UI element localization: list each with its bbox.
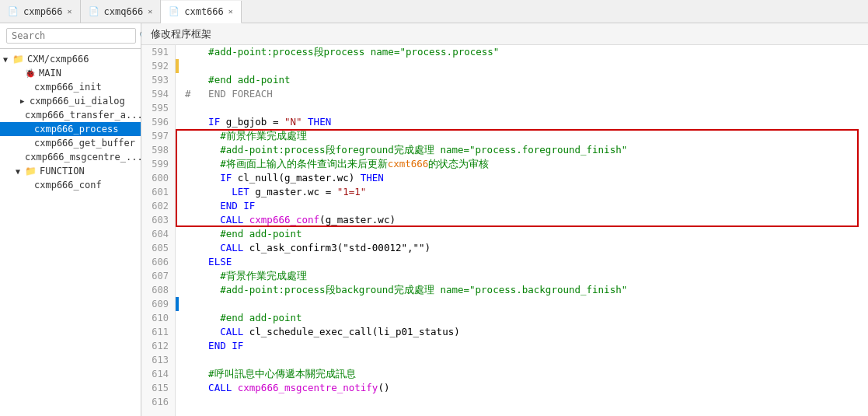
code-line: CALL cxmp666_conf(g_master.wc) bbox=[176, 213, 868, 227]
line-content: CALL cxmp666_msgcentre_notify() bbox=[179, 381, 868, 395]
code-token: # bbox=[185, 270, 226, 281]
code-token: IF bbox=[220, 172, 232, 184]
tree-item-function[interactable]: ▼ 📁 FUNCTION bbox=[0, 164, 141, 178]
tree-item-init[interactable]: cxmp666_init bbox=[0, 80, 141, 94]
tree-label: MAIN bbox=[39, 68, 61, 79]
code-line: ELSE bbox=[176, 255, 868, 269]
code-token: IF bbox=[208, 116, 220, 128]
tab-close-icon[interactable]: ✕ bbox=[148, 7, 152, 16]
code-token: g_bgjob bbox=[220, 116, 273, 128]
code-token bbox=[185, 382, 208, 393]
code-token: #end add-point bbox=[185, 74, 290, 86]
code-token: () bbox=[378, 382, 389, 393]
tree-label: cxmp666_transfer_a... bbox=[25, 110, 141, 121]
tree-item-cxm[interactable]: ▼ 📁 CXM/cxmp666 bbox=[0, 52, 141, 66]
folder-icon: 📁 bbox=[25, 166, 37, 177]
line-number: 601 bbox=[141, 185, 175, 199]
line-number: 603 bbox=[141, 213, 175, 227]
code-token: THEN bbox=[308, 116, 331, 128]
code-line bbox=[176, 297, 868, 311]
line-content: CALL cl_ask_confirm3("std-00012","") bbox=[179, 241, 868, 255]
line-number: 597 bbox=[141, 129, 175, 143]
code-token: process name="process.process" bbox=[324, 46, 500, 58]
content-area: 修改程序框架 591592593594595596597598599600601… bbox=[141, 23, 868, 416]
line-content: ELSE bbox=[179, 255, 868, 269]
code-token: 前景作業完成處理 bbox=[226, 130, 307, 142]
line-content: #end add-point bbox=[179, 73, 868, 87]
code-token: cl_null(g_master.wc) bbox=[232, 172, 361, 184]
line-content: #前景作業完成處理 bbox=[179, 129, 868, 143]
code-token: #add-point:process bbox=[185, 284, 326, 295]
tree-item-conf[interactable]: cxmp666_conf bbox=[0, 178, 141, 192]
line-number: 607 bbox=[141, 269, 175, 283]
tree-label: cxmp666_ui_dialog bbox=[30, 96, 125, 107]
code-token bbox=[185, 200, 220, 211]
code-token: cl_schedule_exec_call(li_p01_status) bbox=[243, 326, 459, 337]
code-lines: #add-point:process段process name="process… bbox=[176, 45, 868, 409]
line-number: 593 bbox=[141, 73, 175, 87]
expand-arrow: ▼ bbox=[16, 167, 25, 176]
code-line: CALL cxmp666_msgcentre_notify() bbox=[176, 381, 868, 395]
code-line: #背景作業完成處理 bbox=[176, 269, 868, 283]
tree-label: cxmp666_msgcentre_... bbox=[25, 152, 141, 163]
code-token: 将画面上输入的条件查询出来后更新 bbox=[226, 158, 388, 170]
tree-item-process[interactable]: cxmp666_process bbox=[0, 122, 141, 136]
code-token: cl_ask_confirm3("std-00012","") bbox=[243, 242, 431, 253]
code-token: #add-point:process bbox=[185, 46, 314, 58]
line-marker bbox=[176, 297, 179, 311]
tab-cxmq666[interactable]: 📄 cxmq666 ✕ bbox=[81, 0, 162, 23]
line-number: 606 bbox=[141, 255, 175, 269]
code-token: "1=1" bbox=[337, 186, 367, 198]
code-token bbox=[185, 116, 208, 128]
line-number: 596 bbox=[141, 115, 175, 129]
tree-item-buffer[interactable]: cxmp666_get_buffer bbox=[0, 136, 141, 150]
line-number: 598 bbox=[141, 143, 175, 157]
tree-item-ui[interactable]: ▶ cxmp666_ui_dialog bbox=[0, 94, 141, 108]
line-number: 615 bbox=[141, 381, 175, 395]
tab-label: cxmp666 bbox=[23, 6, 63, 17]
code-line: #add-point:process段foreground完成處理 name="… bbox=[176, 143, 868, 157]
tree-label: cxmp666_init bbox=[34, 82, 102, 93]
code-scroll[interactable]: #add-point:process段process name="process… bbox=[176, 45, 868, 416]
code-token: ELSE bbox=[208, 256, 232, 267]
code-token: 段 bbox=[326, 284, 336, 295]
code-token: CALL bbox=[220, 214, 243, 225]
line-marker bbox=[176, 59, 179, 73]
line-content: #end add-point bbox=[179, 227, 868, 241]
code-token: 的状态为审核 bbox=[428, 158, 489, 170]
code-line bbox=[176, 59, 868, 73]
tab-close-icon[interactable]: ✕ bbox=[228, 7, 233, 16]
line-number: 595 bbox=[141, 101, 175, 115]
folder-icon: 📁 bbox=[12, 54, 24, 65]
code-line bbox=[176, 395, 868, 409]
line-content: CALL cl_schedule_exec_call(li_p01_status… bbox=[179, 325, 868, 339]
tab-file-icon: 📄 bbox=[89, 6, 99, 16]
line-number: 599 bbox=[141, 157, 175, 171]
tab-cxmt666[interactable]: 📄 cxmt666 ✕ bbox=[161, 1, 242, 23]
code-line: #呼叫訊息中心傳遞本關完成訊息 bbox=[176, 367, 868, 381]
expand-arrow: ▼ bbox=[3, 55, 12, 64]
line-content: END IF bbox=[179, 199, 868, 213]
code-line: #前景作業完成處理 bbox=[176, 129, 868, 143]
tab-close-icon[interactable]: ✕ bbox=[68, 7, 72, 16]
code-token: 呼叫訊息中心傳遞本關完成訊息 bbox=[214, 368, 356, 379]
file-tree: ▼ 📁 CXM/cxmp666 🐞 MAIN cxmp666_init ▶ cx… bbox=[0, 49, 141, 416]
tab-cxmp666[interactable]: 📄 cxmp666 ✕ bbox=[0, 0, 81, 23]
tree-label: cxmp666_get_buffer bbox=[34, 138, 135, 149]
tree-label: cxmp666_conf bbox=[34, 180, 102, 191]
line-number: 611 bbox=[141, 325, 175, 339]
code-token bbox=[232, 382, 238, 393]
line-content: LET g_master.wc = "1=1" bbox=[179, 185, 868, 199]
tree-item-main[interactable]: 🐞 MAIN bbox=[0, 66, 141, 80]
code-line: #add-point:process段process name="process… bbox=[176, 45, 868, 59]
code-token: #add-point:process bbox=[185, 144, 326, 156]
expand-arrow: ▶ bbox=[20, 97, 30, 105]
tree-item-msgcentre[interactable]: cxmp666_msgcentre_... bbox=[0, 150, 141, 164]
tree-item-transfer[interactable]: cxmp666_transfer_a... bbox=[0, 108, 141, 122]
code-line: CALL cl_schedule_exec_call(li_p01_status… bbox=[176, 325, 868, 339]
tab-label: cxmt666 bbox=[184, 6, 224, 17]
code-line bbox=[176, 353, 868, 367]
line-content: #add-point:process段background完成處理 name="… bbox=[179, 283, 868, 297]
line-content: CALL cxmp666_conf(g_master.wc) bbox=[179, 213, 868, 227]
search-input[interactable] bbox=[6, 28, 136, 44]
